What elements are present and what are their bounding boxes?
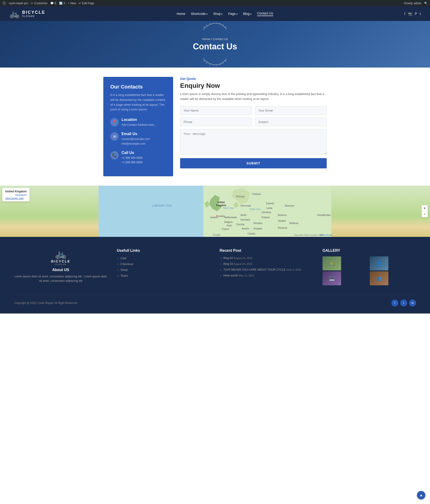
gallery-img-1[interactable]: 🚴 xyxy=(323,256,341,270)
svg-line-9 xyxy=(206,62,207,63)
admin-comments[interactable]: 💬 6 xyxy=(50,2,56,5)
name-input[interactable] xyxy=(180,106,252,115)
location-detail: Add Contact Address here.. xyxy=(122,123,156,127)
email-1[interactable]: contact@example.com xyxy=(122,137,150,141)
nav-contact-us[interactable]: Contact Us xyxy=(257,11,273,16)
map-directions-link[interactable]: Directions xyxy=(15,194,27,196)
svg-text:Estonia: Estonia xyxy=(266,202,274,205)
location-label: Location xyxy=(122,118,156,122)
admin-edit-page[interactable]: ✏ Edit Page xyxy=(79,2,94,5)
submit-button[interactable]: SUBMIT xyxy=(180,158,327,168)
footer-logo-slogan: SLOGAN xyxy=(55,263,67,266)
svg-text:Slovakia: Slovakia xyxy=(253,222,262,225)
recent-post-2[interactable]: Blog 03 August 24, 2022 xyxy=(220,262,313,266)
email-2[interactable]: info@example.com xyxy=(122,142,150,146)
site-logo[interactable]: 🚲 BICYCLE SLOGAN xyxy=(9,9,45,19)
map-info-box: United Kingdom Directions View larger ma… xyxy=(2,188,30,201)
facebook-icon[interactable]: f xyxy=(404,12,405,16)
svg-line-0 xyxy=(204,26,204,28)
gallery-img-3[interactable]: 💻 xyxy=(323,271,341,285)
gallery-img-2-icon: 👤 xyxy=(376,261,382,266)
contact-box-desc: It is a long established fact that a rea… xyxy=(110,93,166,112)
map-zoom-out[interactable]: − xyxy=(422,211,428,217)
post-1-title: Blog 04 August 24, 2022 xyxy=(223,256,252,260)
admin-search-icon[interactable]: 🔍 xyxy=(424,2,428,5)
svg-text:Map data ©2022 Google, INEGI: Map data ©2022 Google, INEGI xyxy=(294,234,324,236)
footer-top: 🚲 BICYCLE SLOGAN About US Lorem ipsum do… xyxy=(14,249,416,285)
svg-text:Lithuania: Lithuania xyxy=(262,211,271,214)
footer-links-list: Cart Checkout Shop Team xyxy=(117,256,210,277)
svg-text:Ukraine: Ukraine xyxy=(278,220,286,222)
twitter-icon[interactable]: t xyxy=(420,12,421,16)
footer-link-cart[interactable]: Cart xyxy=(117,256,210,260)
footer-gallery-title: GALLERY xyxy=(323,249,416,253)
svg-text:Paris: Paris xyxy=(227,224,232,227)
admin-site-name[interactable]: cycle-repair-pro xyxy=(9,2,28,5)
admin-customize[interactable]: ✏ Customize xyxy=(31,2,47,5)
footer-logo: 🚲 BICYCLE SLOGAN xyxy=(14,249,107,266)
phone-input[interactable] xyxy=(180,118,252,126)
phone-item: 📞 Call Us +1 999 999 9999 +1 888 888 888… xyxy=(110,151,166,165)
copyright-text: Copyright @ 2022 Cycle-Repair All Right … xyxy=(14,301,77,305)
svg-text:Austria: Austria xyxy=(242,227,249,230)
footer-link-checkout[interactable]: Checkout xyxy=(117,262,210,266)
post-2-title: Blog 03 August 24, 2022 xyxy=(223,262,252,266)
gallery-grid: 🚴 👤 💻 👥 xyxy=(323,256,416,285)
phone-icon: 📞 xyxy=(110,151,119,160)
footer-link-team[interactable]: Team xyxy=(117,274,210,277)
map-section: Labrador Sea United Kingdom Norway Finla… xyxy=(0,186,430,237)
svg-text:Moldova: Moldova xyxy=(290,222,298,225)
nav-shop[interactable]: Shop xyxy=(213,12,222,16)
nav-blog[interactable]: Blog xyxy=(243,12,252,16)
svg-text:Hungary: Hungary xyxy=(253,227,262,230)
map-zoom-in[interactable]: + xyxy=(422,205,428,211)
admin-new[interactable]: + New xyxy=(68,2,76,5)
map-svg: Labrador Sea United Kingdom Norway Finla… xyxy=(0,186,430,237)
map-country: United Kingdom xyxy=(5,190,27,193)
svg-line-1 xyxy=(206,25,207,26)
phone-1[interactable]: +1 999 999 9999 xyxy=(122,156,142,160)
phone-label: Call Us xyxy=(122,151,142,155)
main-nav: Home Shortcode Shop Page Blog Contact Us xyxy=(177,11,273,16)
email-input[interactable] xyxy=(255,106,327,115)
footer-recent-title: Recent Post xyxy=(220,249,313,253)
nav-page[interactable]: Page xyxy=(228,12,237,16)
svg-text:Belgium: Belgium xyxy=(224,221,233,223)
admin-updates[interactable]: 🔄 3 xyxy=(59,2,65,5)
get-quote-label: Get Quote xyxy=(180,77,327,81)
instagram-icon[interactable]: 📷 xyxy=(408,12,412,16)
footer-linkedin-link[interactable]: in xyxy=(409,299,416,306)
gallery-img-2[interactable]: 👤 xyxy=(370,256,388,270)
footer-link-shop[interactable]: Shop xyxy=(117,268,210,271)
wp-logo[interactable]: ⓪ xyxy=(2,1,6,6)
footer-bicycle-icon: 🚲 xyxy=(55,249,67,260)
form-row-1 xyxy=(180,106,327,115)
phone-2[interactable]: +1 888 888 8888 xyxy=(122,160,142,165)
footer-logo-text: BICYCLE xyxy=(51,260,70,263)
svg-text:Belarus: Belarus xyxy=(278,214,287,216)
gear-top-icon xyxy=(201,23,229,36)
footer-twitter-link[interactable]: t xyxy=(400,299,407,306)
logo-text: BICYCLE xyxy=(22,10,45,15)
recent-post-1[interactable]: Blog 04 August 24, 2022 xyxy=(220,256,313,260)
footer-about-col: 🚲 BICYCLE SLOGAN About US Lorem ipsum do… xyxy=(14,249,107,285)
map-view-larger-link[interactable]: View larger map xyxy=(5,197,27,200)
recent-post-3[interactable]: THAT MEANS YOU CARE ABOUT YOUR CYCLE Jun… xyxy=(220,268,313,271)
svg-text:Berlin: Berlin xyxy=(241,214,247,216)
svg-text:France: France xyxy=(222,228,229,230)
admin-howdy: Howdy, admin xyxy=(404,2,421,5)
hero-content: Home • Contact Us Contact Us xyxy=(193,23,237,66)
message-textarea[interactable] xyxy=(180,129,327,155)
nav-shortcode[interactable]: Shortcode xyxy=(191,12,208,16)
footer-facebook-link[interactable]: f xyxy=(391,299,398,306)
nav-home[interactable]: Home xyxy=(177,12,185,16)
recent-post-4[interactable]: Hello world! May 13, 2022 xyxy=(220,274,313,277)
svg-text:Czechia: Czechia xyxy=(236,223,245,226)
breadcrumb: Home • Contact Us xyxy=(193,37,237,41)
pinterest-icon[interactable]: P xyxy=(415,12,417,16)
enquiry-description: Lorem Ipsum is simply dummy text of the … xyxy=(180,92,327,101)
gallery-img-4[interactable]: 👥 xyxy=(370,271,388,285)
subject-input[interactable] xyxy=(255,118,327,126)
page-title: Contact Us xyxy=(193,42,237,52)
svg-text:Baltic Sea: Baltic Sea xyxy=(250,208,260,211)
